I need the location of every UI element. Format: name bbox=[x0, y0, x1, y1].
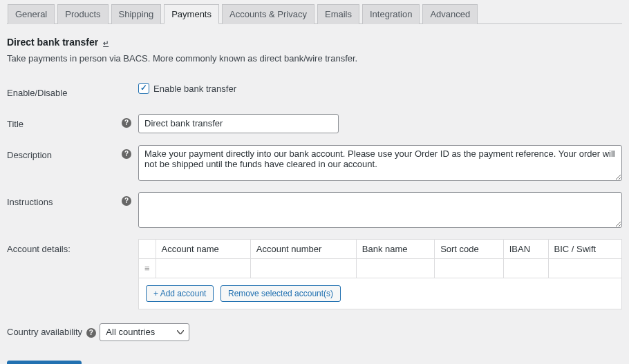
title-label: Title bbox=[7, 108, 122, 140]
instructions-textarea[interactable] bbox=[138, 192, 622, 228]
col-iban: IBAN bbox=[503, 240, 548, 259]
save-changes-button[interactable]: Save changes bbox=[7, 361, 82, 365]
settings-tabs: General Products Shipping Payments Accou… bbox=[7, 3, 622, 24]
tab-emails[interactable]: Emails bbox=[317, 4, 359, 24]
enable-checkbox-label[interactable]: Enable bank transfer bbox=[138, 83, 236, 94]
tab-accounts-privacy[interactable]: Accounts & Privacy bbox=[222, 4, 314, 24]
cell-bank-name[interactable] bbox=[356, 259, 434, 278]
description-textarea[interactable] bbox=[138, 145, 622, 181]
account-row[interactable]: ≡ bbox=[139, 259, 622, 278]
section-title: Direct bank transfer ↵ bbox=[7, 37, 622, 48]
return-icon[interactable]: ↵ bbox=[103, 39, 109, 47]
section-description: Take payments in person via BACS. More c… bbox=[7, 53, 622, 64]
enable-checkbox-text: Enable bank transfer bbox=[153, 84, 236, 94]
tab-integration[interactable]: Integration bbox=[362, 4, 420, 24]
tab-advanced[interactable]: Advanced bbox=[422, 4, 478, 24]
accounts-label: Account details: bbox=[7, 233, 122, 315]
tab-shipping[interactable]: Shipping bbox=[111, 4, 162, 24]
drag-handle-icon[interactable]: ≡ bbox=[139, 259, 156, 278]
help-icon[interactable]: ? bbox=[86, 328, 96, 338]
col-account-name: Account name bbox=[156, 240, 250, 259]
tab-general[interactable]: General bbox=[8, 4, 55, 24]
instructions-label: Instructions bbox=[7, 186, 122, 233]
cell-account-number[interactable] bbox=[250, 259, 356, 278]
tab-payments[interactable]: Payments bbox=[164, 4, 219, 24]
remove-accounts-button[interactable]: Remove selected account(s) bbox=[220, 285, 341, 302]
col-sort-code: Sort code bbox=[435, 240, 504, 259]
enable-checkbox[interactable] bbox=[138, 83, 149, 94]
help-icon[interactable]: ? bbox=[122, 149, 131, 159]
col-account-number: Account number bbox=[250, 240, 356, 259]
help-icon[interactable]: ? bbox=[122, 118, 131, 128]
description-label: Description bbox=[7, 140, 122, 186]
enable-label: Enable/Disable bbox=[7, 77, 122, 108]
country-availability-label: Country availability bbox=[7, 327, 82, 337]
help-icon[interactable]: ? bbox=[122, 196, 131, 206]
cell-bic-swift[interactable] bbox=[548, 259, 621, 278]
section-title-text: Direct bank transfer bbox=[7, 37, 98, 48]
col-bank-name: Bank name bbox=[356, 240, 434, 259]
tab-products[interactable]: Products bbox=[57, 4, 108, 24]
country-availability-select[interactable]: All countries bbox=[100, 323, 189, 341]
add-account-button[interactable]: + Add account bbox=[146, 285, 214, 302]
cell-account-name[interactable] bbox=[156, 259, 250, 278]
cell-sort-code[interactable] bbox=[435, 259, 504, 278]
sort-column-header bbox=[139, 240, 156, 259]
cell-iban[interactable] bbox=[503, 259, 548, 278]
accounts-table: Account name Account number Bank name So… bbox=[138, 239, 622, 309]
col-bic-swift: BIC / Swift bbox=[548, 240, 621, 259]
title-input[interactable] bbox=[138, 114, 339, 133]
